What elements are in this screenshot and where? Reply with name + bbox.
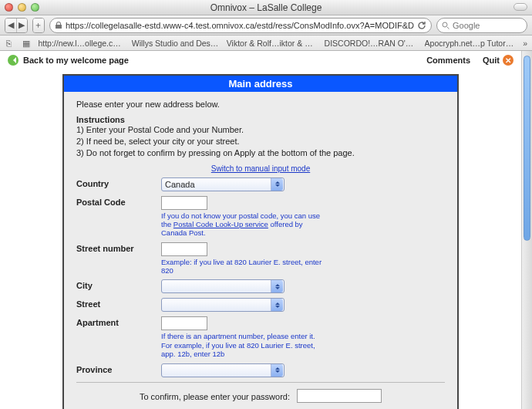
divider bbox=[76, 382, 445, 383]
search-icon bbox=[442, 22, 450, 29]
postal-code-label: Postal Code bbox=[76, 196, 161, 207]
window-title: Omnivox – LaSalle College bbox=[0, 2, 532, 13]
street-number-label: Street number bbox=[76, 242, 161, 253]
quit-link[interactable]: Quit ✕ bbox=[483, 55, 513, 66]
chevron-updown-icon bbox=[271, 299, 283, 311]
close-icon: ✕ bbox=[503, 55, 513, 66]
nav-segment: ◀ ▶ bbox=[5, 18, 28, 33]
bookmark-item[interactable]: Willys Studio and Design bbox=[132, 39, 219, 48]
bookmark-item[interactable]: http://new.l…ollege.com/ bbox=[38, 39, 123, 48]
apartment-hint: If there is an apartment number, please … bbox=[161, 332, 323, 358]
page-content: Back to my welcome page Comments Quit ✕ … bbox=[0, 51, 521, 409]
password-input[interactable] bbox=[297, 389, 382, 403]
address-bar[interactable]: https://collegelasalle-estd.www-c4.test.… bbox=[49, 18, 432, 33]
main-address-panel: Main address Please enter your new addre… bbox=[62, 74, 459, 409]
viewport: Back to my welcome page Comments Quit ✕ … bbox=[0, 51, 532, 409]
minimize-window-icon[interactable] bbox=[18, 3, 26, 12]
chevron-updown-icon bbox=[271, 178, 283, 191]
apartment-input[interactable] bbox=[161, 316, 207, 330]
reload-icon[interactable] bbox=[417, 21, 426, 30]
page-action-strip: Back to my welcome page Comments Quit ✕ bbox=[0, 51, 521, 69]
comments-link[interactable]: Comments bbox=[426, 56, 470, 65]
chevron-updown-icon bbox=[271, 364, 283, 377]
add-segment: ＋ bbox=[32, 18, 45, 33]
confirm-label: To confirm, please enter your password: bbox=[140, 391, 290, 401]
search-input[interactable] bbox=[453, 21, 522, 30]
window-titlebar: Omnivox – LaSalle College bbox=[0, 0, 532, 15]
titlebar-pill-icon bbox=[513, 3, 527, 11]
address-text: https://collegelasalle-estd.www-c4.test.… bbox=[66, 21, 414, 30]
browser-toolbar: ◀ ▶ ＋ https://collegelasalle-estd.www-c4… bbox=[0, 15, 532, 35]
forward-button[interactable]: ▶ bbox=[16, 19, 27, 32]
street-label: Street bbox=[76, 298, 161, 309]
panel-title: Main address bbox=[64, 76, 457, 92]
close-window-icon[interactable] bbox=[5, 3, 13, 12]
country-select[interactable]: Canada bbox=[161, 177, 285, 191]
bookmarks-bar: ⎘ ▦ http://new.l…ollege.com/ Willys Stud… bbox=[0, 35, 532, 51]
svg-line-1 bbox=[447, 27, 450, 29]
scrollbar[interactable] bbox=[521, 51, 532, 409]
zoom-window-icon[interactable] bbox=[31, 3, 39, 12]
bookmark-item[interactable]: Apocryph.net…p Tutorials bbox=[425, 39, 516, 48]
quit-label: Quit bbox=[483, 56, 500, 65]
bookmark-item[interactable]: Viktor & Rolf…iktor & Rolf bbox=[227, 39, 317, 48]
back-button[interactable]: ◀ bbox=[5, 19, 16, 32]
city-label: City bbox=[76, 279, 161, 290]
show-bookmarks-icon[interactable]: ⎘ bbox=[5, 39, 14, 48]
search-bar[interactable] bbox=[436, 18, 527, 33]
scrollbar-thumb[interactable] bbox=[524, 56, 530, 241]
panel-intro: Please enter your new address below. bbox=[76, 100, 445, 109]
street-select[interactable] bbox=[161, 298, 285, 312]
svg-point-0 bbox=[443, 22, 447, 27]
bookmark-item[interactable]: DISCORDO!…RAN O'SHEA bbox=[325, 39, 417, 48]
street-number-input[interactable] bbox=[161, 242, 207, 256]
confirm-row: To confirm, please enter your password: bbox=[76, 389, 445, 403]
instruction-item: 3) Do not forget to confirm by pressing … bbox=[76, 147, 445, 159]
back-to-welcome-label: Back to my welcome page bbox=[23, 56, 129, 65]
bookmarks-overflow-icon[interactable]: » bbox=[523, 39, 527, 48]
add-bookmark-button[interactable]: ＋ bbox=[33, 19, 44, 32]
chevron-updown-icon bbox=[271, 280, 283, 292]
back-arrow-icon bbox=[8, 55, 19, 66]
postal-code-input[interactable] bbox=[161, 196, 207, 210]
switch-input-mode-link[interactable]: Switch to manual input mode bbox=[211, 164, 310, 173]
city-select[interactable] bbox=[161, 279, 285, 293]
instructions-heading: Instructions bbox=[76, 115, 445, 124]
back-to-welcome-link[interactable]: Back to my welcome page bbox=[8, 55, 129, 66]
street-number-hint: Example: if you live at 820 Laurier E. s… bbox=[161, 258, 323, 275]
apartment-label: Apartment bbox=[76, 316, 161, 327]
postal-lookup-link[interactable]: Postal Code Look-Up service bbox=[173, 220, 268, 228]
country-label: Country bbox=[76, 177, 161, 188]
country-value: Canada bbox=[165, 180, 195, 189]
instruction-item: 1) Enter your Postal Code and your Numbe… bbox=[76, 124, 445, 136]
lock-icon bbox=[55, 22, 62, 29]
province-label: Province bbox=[76, 363, 161, 374]
grid-icon[interactable]: ▦ bbox=[22, 39, 31, 48]
instructions-list: 1) Enter your Postal Code and your Numbe… bbox=[76, 124, 445, 159]
instruction-item: 2) If need be, select your city or your … bbox=[76, 136, 445, 147]
postal-code-hint: If you do not know your postal code, you… bbox=[161, 211, 323, 238]
province-select[interactable] bbox=[161, 363, 285, 377]
